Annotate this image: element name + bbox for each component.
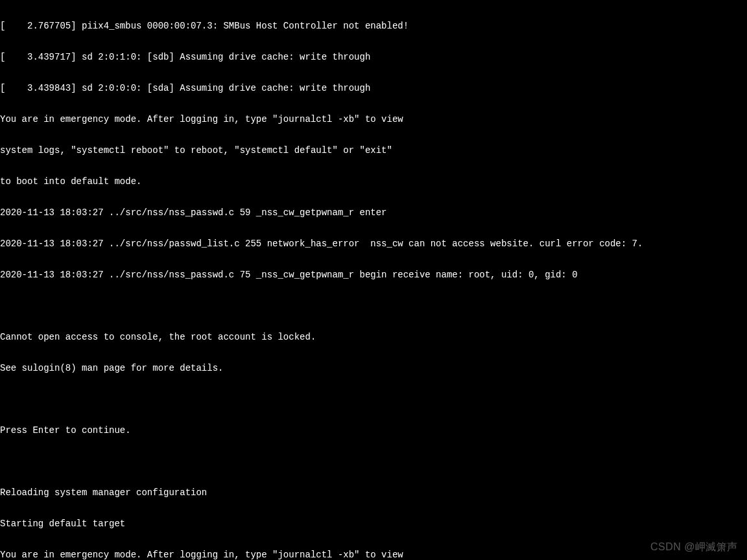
console-line: You are in emergency mode. After logging… (0, 114, 747, 124)
console-line: Reloading system manager configuration (0, 487, 747, 498)
console-line (0, 394, 747, 404)
console-output[interactable]: [ 2.767705] piix4_smbus 0000:00:07.3: SM… (0, 0, 747, 560)
watermark-text: CSDN @岬滅箫声 (650, 542, 738, 552)
console-line (0, 456, 747, 467)
console-line: Press Enter to continue. (0, 425, 747, 436)
console-line: See sulogin(8) man page for more details… (0, 363, 747, 373)
console-line (0, 301, 747, 311)
console-line: 2020-11-13 18:03:27 ../src/nss/passwd_li… (0, 239, 747, 249)
console-line: to boot into default mode. (0, 176, 747, 187)
console-line: system logs, "systemctl reboot" to reboo… (0, 145, 747, 156)
console-line: Starting default target (0, 519, 747, 529)
console-line: [ 3.439843] sd 2:0:0:0: [sda] Assuming d… (0, 83, 747, 93)
console-line: 2020-11-13 18:03:27 ../src/nss/nss_passw… (0, 207, 747, 218)
console-line: 2020-11-13 18:03:27 ../src/nss/nss_passw… (0, 270, 747, 280)
console-line: Cannot open access to console, the root … (0, 332, 747, 342)
console-line: [ 2.767705] piix4_smbus 0000:00:07.3: SM… (0, 21, 747, 31)
console-line: You are in emergency mode. After logging… (0, 550, 747, 560)
console-line: [ 3.439717] sd 2:0:1:0: [sdb] Assuming d… (0, 52, 747, 62)
